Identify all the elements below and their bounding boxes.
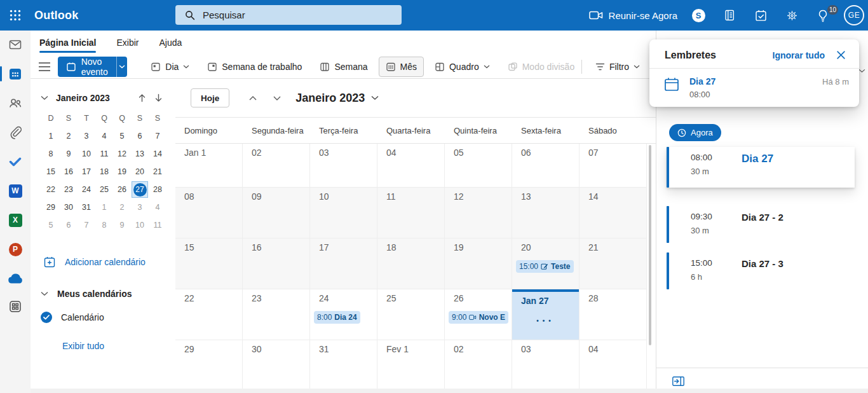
- settings-button[interactable]: [779, 3, 804, 28]
- day-cell[interactable]: 02: [445, 340, 512, 389]
- skype-button[interactable]: S: [686, 3, 711, 28]
- now-button[interactable]: Agora: [669, 124, 721, 141]
- horizontal-scrollbar-track[interactable]: [31, 389, 868, 393]
- mini-calendar-day[interactable]: 10: [131, 216, 149, 234]
- agenda-item[interactable]: 09:30Dia 27 - 230 m: [667, 206, 865, 243]
- filter-button[interactable]: Filtro: [588, 57, 647, 77]
- hamburger-icon[interactable]: [38, 57, 51, 76]
- mini-calendar-day[interactable]: 11: [149, 216, 166, 234]
- day-cell[interactable]: 13: [512, 188, 580, 238]
- mini-calendar-day[interactable]: 9: [60, 145, 78, 163]
- day-cell[interactable]: 248:00Dia 24: [310, 289, 377, 340]
- day-cell[interactable]: 17: [310, 238, 377, 289]
- rail-onedrive-button[interactable]: [5, 268, 25, 289]
- mini-calendar-day[interactable]: 7: [149, 127, 166, 145]
- tab-ajuda[interactable]: Ajuda: [159, 31, 182, 55]
- dismiss-all-link[interactable]: Ignorar tudo: [773, 50, 825, 60]
- show-all-link[interactable]: Exibir tudo: [62, 341, 104, 351]
- add-calendar-button[interactable]: Adicionar calendário: [43, 256, 146, 268]
- next-month-chevron[interactable]: [268, 88, 287, 107]
- mini-calendar-day[interactable]: 4: [149, 198, 166, 216]
- view-board-button[interactable]: Quadro: [428, 57, 497, 77]
- day-cell[interactable]: 09: [243, 188, 310, 238]
- day-cell[interactable]: 08: [175, 188, 243, 238]
- mini-calendar-day[interactable]: 14: [149, 145, 166, 163]
- mini-calendar-day[interactable]: 16: [60, 163, 78, 181]
- tips-button[interactable]: 10: [810, 3, 836, 28]
- mini-calendar-day[interactable]: 19: [113, 163, 131, 181]
- day-cell[interactable]: 14: [580, 188, 647, 238]
- day-cell[interactable]: 21: [580, 238, 647, 289]
- avatar[interactable]: GE: [844, 5, 864, 25]
- mini-calendar-next-icon[interactable]: [154, 93, 163, 102]
- mini-calendar-day[interactable]: 8: [95, 216, 113, 234]
- mini-calendar-day[interactable]: 15: [42, 163, 60, 181]
- day-cell[interactable]: 05: [445, 144, 512, 188]
- day-cell[interactable]: 269:00Novo E: [445, 289, 512, 340]
- mini-calendar-day[interactable]: 3: [78, 127, 95, 145]
- event-pill[interactable]: 9:00Novo E: [449, 311, 508, 324]
- rail-todo-button[interactable]: [5, 151, 25, 172]
- new-event-split-chevron[interactable]: [116, 57, 128, 77]
- mini-calendar-day[interactable]: 2: [113, 198, 131, 216]
- day-cell[interactable]: 29: [175, 340, 243, 389]
- day-cell[interactable]: 15: [175, 238, 243, 289]
- mini-calendar-day[interactable]: 25: [95, 181, 113, 198]
- mini-calendar-day[interactable]: 4: [95, 127, 113, 145]
- mini-calendar-day[interactable]: 3: [131, 198, 149, 216]
- reminder-item[interactable]: Dia 2708:00Há 8 m: [649, 69, 859, 99]
- mini-calendar-day[interactable]: 12: [113, 145, 131, 163]
- rail-more-apps-button[interactable]: [5, 296, 25, 317]
- day-cell[interactable]: 12: [445, 188, 512, 238]
- day-cell[interactable]: 23: [243, 289, 310, 340]
- day-cell[interactable]: 18: [377, 238, 445, 289]
- mini-calendar-day[interactable]: 24: [78, 181, 95, 198]
- day-cell[interactable]: 2015:00Teste: [512, 238, 580, 289]
- day-cell[interactable]: 25: [377, 289, 445, 340]
- calendar-checked-icon[interactable]: [41, 312, 52, 323]
- rail-mail-button[interactable]: [5, 34, 25, 55]
- mini-calendar-day[interactable]: 28: [149, 181, 166, 198]
- mini-calendar-day[interactable]: 6: [131, 127, 149, 145]
- day-cell[interactable]: 10: [310, 188, 377, 238]
- mini-calendar-day[interactable]: 26: [113, 181, 131, 198]
- tab-exibir[interactable]: Exibir: [116, 31, 139, 55]
- view-month-button[interactable]: Mês: [379, 57, 424, 77]
- mini-calendar-day[interactable]: 10: [78, 145, 95, 163]
- day-cell[interactable]: 02: [243, 144, 310, 188]
- day-cell[interactable]: 31: [310, 340, 377, 389]
- mini-calendar-day[interactable]: 11: [95, 145, 113, 163]
- mini-calendar-day[interactable]: 20: [131, 163, 149, 181]
- day-cell[interactable]: 03: [512, 340, 580, 389]
- close-icon[interactable]: [832, 47, 849, 64]
- day-cell[interactable]: 07: [580, 144, 647, 188]
- onenote-feed-button[interactable]: [717, 3, 742, 28]
- my-calendars-expander[interactable]: Meus calendários: [41, 289, 132, 299]
- mini-calendar-day[interactable]: 23: [60, 181, 78, 198]
- mini-calendar-collapse-chevron[interactable]: [41, 95, 48, 100]
- agenda-item[interactable]: 15:00Dia 27 - 36 h: [667, 252, 865, 289]
- new-event-button[interactable]: Novo evento: [58, 57, 128, 77]
- previous-month-chevron[interactable]: [243, 88, 262, 107]
- mini-calendar-day[interactable]: 21: [149, 163, 166, 181]
- my-day-button[interactable]: [748, 3, 773, 28]
- day-cell[interactable]: Jan 1: [175, 144, 243, 188]
- day-cell[interactable]: 30: [243, 340, 310, 389]
- day-cell[interactable]: 03: [310, 144, 377, 188]
- vertical-scrollbar[interactable]: [649, 145, 651, 345]
- mini-calendar-day[interactable]: 29: [42, 198, 60, 216]
- mini-calendar-day[interactable]: 30: [60, 198, 78, 216]
- today-button[interactable]: Hoje: [191, 88, 229, 107]
- rail-attachments-button[interactable]: [5, 122, 25, 142]
- month-title-dropdown[interactable]: Janeiro 2023: [295, 92, 379, 105]
- day-cell[interactable]: 22: [175, 289, 243, 340]
- meet-now-button[interactable]: Reunir-se Agora: [587, 3, 680, 28]
- day-cell[interactable]: 19: [445, 238, 512, 289]
- mini-calendar-day[interactable]: 5: [113, 127, 131, 145]
- mini-calendar-day[interactable]: 17: [78, 163, 95, 181]
- mini-calendar-day[interactable]: 31: [78, 198, 95, 216]
- view-work-week-button[interactable]: Semana de trabalho: [200, 57, 309, 77]
- mini-calendar-day[interactable]: 5: [42, 216, 60, 234]
- day-cell[interactable]: 16: [243, 238, 310, 289]
- rail-word-button[interactable]: W: [5, 181, 25, 201]
